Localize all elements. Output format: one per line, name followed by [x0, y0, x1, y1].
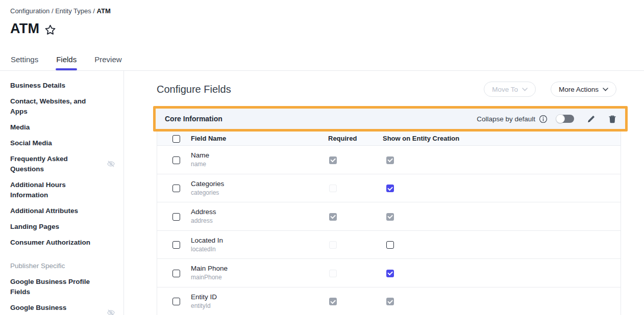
sidebar-item-label: Media [10, 122, 30, 133]
tab-bar: SettingsFieldsPreview [0, 50, 644, 71]
show-on-entity-creation-checkbox[interactable] [386, 241, 394, 249]
column-header-required: Required [328, 135, 383, 142]
tab-label: Preview [94, 55, 121, 64]
show-on-entity-creation-checkbox [386, 298, 394, 305]
field-display-name: Address [191, 208, 328, 216]
column-header-field-name: Field Name [191, 135, 328, 142]
select-all-checkbox[interactable] [172, 135, 180, 143]
fields-table: Field Name Required Show on Entity Creat… [157, 132, 621, 315]
sidebar-item[interactable]: Consumer Authorization [0, 234, 123, 250]
sidebar-item[interactable]: Frequently Asked Questions [0, 151, 123, 177]
sidebar-item-label: Publisher Specific [10, 261, 65, 271]
highlight-outline: Core Information Collapse by default [153, 106, 628, 132]
sidebar-item-label: Contact, Websites, and Apps [10, 96, 93, 117]
table-row: Main Phone mainPhone [157, 259, 621, 287]
tab-label: Fields [56, 55, 77, 64]
sidebar-item-label: Social Media [10, 138, 52, 148]
field-display-name: Entity ID [191, 293, 328, 301]
favorite-star-icon[interactable] [44, 24, 56, 36]
tab-settings[interactable]: Settings [10, 50, 39, 70]
breadcrumb-path[interactable]: Configuration / Entity Types / [10, 7, 97, 15]
field-display-name: Located In [191, 237, 328, 244]
row-select-checkbox[interactable] [172, 156, 180, 164]
required-checkbox [329, 270, 337, 277]
sidebar-item-label: Google Business Profile Attributes [10, 303, 80, 315]
sidebar-item[interactable]: Additional Hours Information [0, 177, 123, 203]
sidebar-item-label: Additional Attributes [10, 206, 78, 216]
more-actions-label: More Actions [559, 86, 599, 93]
required-checkbox [329, 156, 337, 164]
field-api-name: mainPhone [191, 274, 328, 281]
show-on-entity-creation-checkbox[interactable] [386, 185, 394, 192]
move-to-label: Move To [492, 86, 518, 93]
more-actions-button[interactable]: More Actions [551, 82, 616, 97]
sidebar-section-label: Publisher Specific [0, 258, 123, 274]
row-select-checkbox[interactable] [172, 213, 180, 221]
table-row: Name name [157, 146, 621, 174]
collapse-toggle[interactable] [556, 115, 574, 123]
edit-pencil-icon[interactable] [587, 115, 596, 123]
page-header: Configuration / Entity Types / ATM ATM [0, 0, 644, 37]
required-checkbox [329, 185, 337, 192]
sidebar-item-label: Consumer Authorization [10, 238, 90, 248]
table-row: Categories categories [157, 174, 621, 203]
delete-trash-icon[interactable] [608, 115, 616, 123]
show-on-entity-creation-checkbox [386, 156, 394, 164]
table-row: Located In locatedIn [157, 231, 621, 259]
chevron-down-icon [603, 88, 608, 91]
sidebar-item-label: Additional Hours Information [10, 180, 93, 200]
main-panel: Configure Fields Move To More Actions Co… [124, 71, 644, 315]
required-checkbox [329, 213, 337, 221]
show-on-entity-creation-checkbox[interactable] [386, 270, 394, 277]
tab-preview[interactable]: Preview [94, 50, 122, 70]
sidebar-item[interactable]: Landing Pages [0, 219, 123, 234]
field-api-name: address [191, 217, 328, 224]
table-row: Entity ID entityId [157, 287, 621, 315]
field-groups-sidebar: Business Details Contact, Websites, and … [0, 71, 124, 315]
info-icon[interactable] [539, 115, 548, 123]
sidebar-item[interactable]: Social Media [0, 135, 123, 151]
field-api-name: locatedIn [191, 246, 328, 253]
sidebar-item[interactable]: Google Business Profile Attributes [0, 300, 123, 315]
section-header-core-information: Core Information Collapse by default [156, 109, 625, 129]
field-display-name: Main Phone [191, 265, 328, 272]
chevron-down-icon [522, 88, 528, 91]
field-api-name: entityId [191, 302, 328, 309]
toggle-knob [556, 114, 565, 123]
row-select-checkbox[interactable] [172, 270, 180, 277]
sidebar-item[interactable]: Contact, Websites, and Apps [0, 93, 123, 119]
sidebar-item-label: Frequently Asked Questions [10, 154, 80, 174]
table-header-row: Field Name Required Show on Entity Creat… [157, 132, 621, 146]
sidebar-item-label: Google Business Profile Fields [10, 277, 93, 297]
tab-label: Settings [11, 55, 38, 64]
breadcrumb-current: ATM [97, 7, 111, 15]
show-on-entity-creation-checkbox [386, 213, 394, 221]
sidebar-item-label: Business Details [10, 81, 65, 91]
page-title: ATM [10, 21, 39, 37]
row-select-checkbox[interactable] [172, 241, 180, 249]
row-select-checkbox[interactable] [172, 298, 180, 305]
sidebar-item[interactable]: Google Business Profile Fields [0, 274, 123, 300]
sidebar-item[interactable]: Additional Attributes [0, 203, 123, 219]
sidebar-item[interactable]: Business Details [0, 77, 123, 93]
row-select-checkbox[interactable] [172, 185, 180, 192]
sidebar-item[interactable]: Media [0, 119, 123, 135]
configure-fields-heading: Configure Fields [157, 84, 231, 95]
required-checkbox [329, 241, 337, 249]
field-display-name: Name [191, 151, 328, 159]
hidden-eye-slash-icon [107, 160, 115, 168]
column-header-show-on-entity-creation: Show on Entity Creation [383, 135, 621, 142]
breadcrumb[interactable]: Configuration / Entity Types / ATM [10, 7, 634, 15]
section-title: Core Information [165, 115, 222, 123]
hidden-eye-slash-icon [107, 308, 115, 315]
sidebar-item-label: Landing Pages [10, 222, 59, 232]
field-api-name: name [191, 161, 328, 168]
table-row: Address address [157, 202, 621, 231]
field-api-name: categories [191, 189, 328, 196]
move-to-button[interactable]: Move To [484, 82, 536, 97]
tab-fields[interactable]: Fields [56, 50, 77, 70]
field-display-name: Categories [191, 180, 328, 188]
collapse-by-default-label: Collapse by default [477, 115, 535, 123]
required-checkbox [329, 298, 337, 305]
